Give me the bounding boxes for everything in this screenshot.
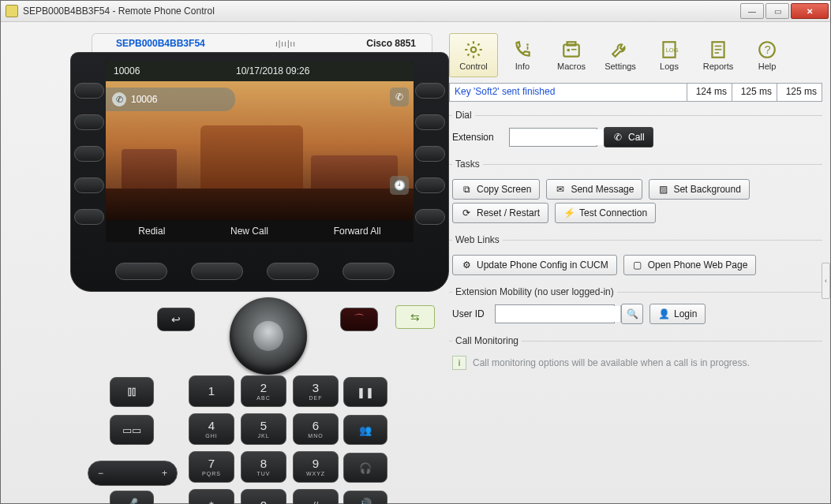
tab-settings[interactable]: Settings [596,33,645,77]
update-config-button[interactable]: ⚙Update Phone Config in CUCM [452,255,617,275]
key-6[interactable]: 6MNO [293,413,339,445]
userid-combo[interactable]: ▾ [495,304,615,323]
softkey-3[interactable]: Forward All [334,226,381,237]
key-star[interactable]: * [189,489,234,504]
gear-small-icon: ⚙ [461,259,472,271]
key-7[interactable]: 7PQRS [189,451,234,483]
control-pane: Control Info Macros Settings LOGLogs Rep… [449,33,822,495]
key-hash[interactable]: # [293,489,339,504]
window-title: SEPB000B4BB3F54 - Remote Phone Control [23,6,740,17]
release-button[interactable]: ⌒ [340,308,378,331]
search-icon: 🔍 [627,308,638,319]
softkey-2[interactable]: New Call [230,226,268,237]
phone-mac: SEPB000B4BB3F54 [116,38,205,49]
power-icon: ⟳ [461,207,472,218]
tab-reports[interactable]: Reports [694,33,743,77]
svg-rect-5 [563,45,579,57]
line-key-r5[interactable] [415,209,445,225]
line-key-r2[interactable] [415,114,445,130]
userid-label: User ID [452,308,488,319]
key-1[interactable]: 1 [189,375,234,407]
phone-bezel: 10006 10/17/2018 09:26 ✆ 10006 ✆ 🕘 [70,52,449,292]
test-connection-button[interactable]: ⚡Test Connection [555,203,656,223]
directory-button[interactable]: ▭▭ [110,415,154,445]
extension-mobility-group: Extension Mobility (no user logged-in) U… [449,286,822,324]
volume-rocker[interactable]: −+ [88,461,178,486]
login-button[interactable]: 👤Login [649,304,706,324]
reset-restart-button[interactable]: ⟳Reset / Restart [452,203,548,223]
macros-icon [561,39,582,60]
line-key-r4[interactable] [415,177,445,193]
close-button[interactable]: ✕ [791,3,829,19]
search-user-button[interactable]: 🔍 [621,304,643,324]
copy-screen-button[interactable]: ⧉Copy Screen [452,179,540,200]
send-message-button[interactable]: ✉Send Message [546,179,642,200]
set-background-button[interactable]: ▨Set Background [649,179,749,200]
softbutton-2[interactable] [191,263,243,280]
open-web-page-button[interactable]: ▢Open Phone Web Page [623,255,757,275]
softbutton-3[interactable] [267,263,319,280]
line-key-l5[interactable] [74,209,104,225]
nav-select[interactable] [253,321,283,351]
tab-help[interactable]: ?Help [743,33,792,77]
call-icon[interactable]: ✆ [390,88,409,106]
tab-control[interactable]: Control [449,33,498,77]
headset-button[interactable]: 🎧 [343,453,387,483]
svg-rect-14 [715,52,719,54]
softbutton-1[interactable] [115,263,167,280]
softkey-1[interactable]: Redial [138,226,165,237]
softbutton-4[interactable] [343,263,395,280]
user-icon: 👤 [658,308,669,319]
clock-icon[interactable]: 🕘 [390,176,409,195]
transfer-badge[interactable]: ⇆ [395,305,435,329]
key-3[interactable]: 3DEF [293,375,339,407]
svg-rect-6 [567,42,576,45]
svg-rect-1 [133,388,135,395]
mute-button[interactable]: 🎤 [110,491,154,504]
status-datetime: 10/17/2018 09:26 [236,65,309,77]
tab-logs[interactable]: LOGLogs [645,33,694,77]
line-key-l4[interactable] [74,177,104,193]
minimize-button[interactable]: — [740,3,764,19]
collapse-handle[interactable]: ‹ [822,263,830,299]
key-8[interactable]: 8TUV [241,451,286,483]
status-time-3: 125 ms [777,84,822,101]
wrench-icon [610,39,631,60]
tab-macros[interactable]: Macros [547,33,596,77]
phone-icon: ✆ [612,132,623,143]
line-label: 10006 [131,94,157,105]
app-icon [6,5,18,17]
status-time-1: 124 ms [687,84,732,101]
line-key-l1[interactable] [74,83,104,99]
screen-statusbar: 10006 10/17/2018 09:26 [106,61,414,81]
key-9[interactable]: 9WXYZ [293,451,339,483]
svg-point-2 [471,47,477,53]
key-5[interactable]: 5JKL [241,413,286,445]
svg-rect-12 [715,46,722,47]
hold-button-2[interactable]: ❚❚ [343,377,387,407]
back-button[interactable]: ↩ [157,308,195,331]
tab-info[interactable]: Info [498,33,547,77]
speaker-button[interactable]: 🔊 [343,491,387,504]
line-key-r3[interactable] [415,146,445,162]
userid-input[interactable] [496,306,620,322]
weblinks-group: Web Links ⚙Update Phone Config in CUCM ▢… [449,234,822,275]
call-button[interactable]: ✆Call [604,127,653,147]
key-4[interactable]: 4GHI [189,413,234,445]
window-icon: ▢ [632,259,643,271]
extension-combo[interactable]: ▾ [509,128,597,147]
key-2[interactable]: 2ABC [241,375,286,407]
hold-button[interactable] [110,377,154,407]
dial-pad: 1 2ABC 3DEF 4GHI 5JKL 6MNO 7PQRS 8TUV 9W… [189,375,346,504]
phone-preview: SEPB000B4BB3F54 ı|ıı|ıı Cisco 8851 10006… [9,33,444,495]
conference-button[interactable]: 👥 [343,415,387,445]
line-key-r1[interactable] [415,83,445,99]
nav-cluster[interactable] [230,297,307,375]
line-key-l3[interactable] [74,146,104,162]
svg-text:LOG: LOG [666,47,679,54]
line-chip[interactable]: ✆ 10006 [106,88,235,111]
phone-screen[interactable]: 10006 10/17/2018 09:26 ✆ 10006 ✆ 🕘 [106,61,414,242]
line-key-l2[interactable] [74,114,104,130]
key-0[interactable]: 0 [241,489,286,504]
maximize-button[interactable]: ▭ [765,3,789,19]
